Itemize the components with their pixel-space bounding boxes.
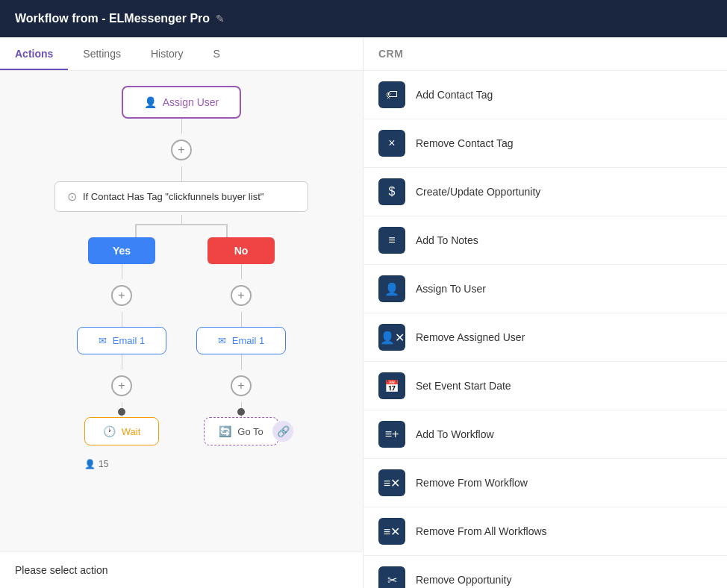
user-count-badge: 👤 15 — [84, 459, 108, 469]
tabs-bar: Actions Settings History S — [0, 37, 363, 71]
workflow-nodes: 👤 Assign User + ⊙ If Contact Has Tag "cl… — [15, 86, 348, 460]
remove-from-all-workflows-label: Remove From All Workflows — [416, 525, 547, 537]
action-item-remove-contact-tag[interactable]: ×Remove Contact Tag — [364, 119, 727, 168]
remove-assigned-user-icon: 👤✕ — [378, 324, 405, 351]
yes-branch: Yes + ✉ Email 1 + — [77, 237, 166, 445]
wait-dot — [118, 408, 125, 416]
remove-contact-tag-icon: × — [378, 130, 405, 157]
create-update-opportunity-icon: $ — [378, 178, 405, 205]
workflow-canvas: 👤 Assign User + ⊙ If Contact Has Tag "cl… — [0, 71, 363, 551]
no-connector-1 — [241, 264, 242, 279]
yes-email-label: Email 1 — [113, 335, 145, 346]
goto-label: Go To — [237, 426, 263, 437]
yes-connector-3 — [122, 354, 122, 369]
remove-from-workflow-icon: ≡✕ — [378, 469, 405, 496]
yes-button[interactable]: Yes — [88, 237, 155, 264]
user-count: 15 — [99, 459, 108, 469]
no-connector-3 — [241, 354, 242, 369]
yes-add-btn[interactable]: + — [111, 285, 132, 306]
goto-icon: 🔄 — [219, 425, 231, 437]
set-event-start-date-icon: 📅 — [378, 372, 405, 399]
email-icon-yes: ✉ — [99, 335, 107, 346]
add-to-workflow-icon: ≡+ — [378, 421, 405, 448]
assign-user-label: Assign User — [163, 96, 219, 108]
please-select-bar: Please select action — [0, 551, 363, 588]
connector-1 — [181, 119, 182, 134]
yes-connector-2 — [122, 312, 122, 327]
app-header: Workflow from - ELMessenger Pro ✎ — [0, 0, 727, 37]
action-item-add-to-notes[interactable]: ≡Add To Notes — [364, 216, 727, 265]
wait-label: Wait — [122, 426, 141, 437]
branch-line-top — [181, 215, 182, 224]
no-branch: No + ✉ Email 1 + — [196, 237, 286, 445]
please-select-text: Please select action — [15, 564, 108, 576]
no-email-node[interactable]: ✉ Email 1 — [196, 327, 286, 354]
set-event-start-date-label: Set Event Start Date — [416, 380, 511, 392]
condition-node[interactable]: ⊙ If Contact Has Tag "clickfunnels buyer… — [54, 181, 308, 212]
wait-node[interactable]: 🕐 Wait — [84, 417, 159, 445]
goto-dot — [237, 408, 245, 416]
tab-s[interactable]: S — [199, 37, 235, 70]
action-item-remove-assigned-user[interactable]: 👤✕Remove Assigned User — [364, 313, 727, 362]
remove-contact-tag-label: Remove Contact Tag — [416, 137, 513, 149]
add-step-btn-1[interactable]: + — [171, 140, 192, 160]
action-item-remove-opportunity[interactable]: ✂Remove Opportunity — [364, 556, 727, 588]
remove-assigned-user-label: Remove Assigned User — [416, 331, 525, 343]
add-to-notes-icon: ≡ — [378, 227, 405, 254]
branches: Yes + ✉ Email 1 + — [77, 237, 286, 445]
action-item-create-update-opportunity[interactable]: $Create/Update Opportunity — [364, 168, 727, 216]
email-icon-no: ✉ — [218, 335, 226, 346]
tab-settings[interactable]: Settings — [68, 37, 136, 70]
action-item-remove-from-workflow[interactable]: ≡✕Remove From Workflow — [364, 459, 727, 507]
branch-lines-container — [99, 215, 263, 237]
user-icon: 👤 — [84, 459, 96, 469]
remove-opportunity-icon: ✂ — [378, 566, 405, 588]
no-add-btn[interactable]: + — [231, 285, 252, 306]
connector-2 — [181, 166, 182, 181]
left-panel: Actions Settings History S 👤 Assign User… — [0, 37, 364, 588]
action-item-assign-to-user[interactable]: 👤Assign To User — [364, 265, 727, 313]
no-connector-2 — [241, 312, 242, 327]
add-contact-tag-icon: 🏷 — [378, 81, 405, 108]
goto-wrapper: 🔄 Go To 🔗 — [204, 417, 278, 445]
assign-to-user-label: Assign To User — [416, 283, 486, 295]
add-contact-tag-label: Add Contact Tag — [416, 89, 493, 101]
edit-title-icon[interactable]: ✎ — [216, 13, 225, 25]
condition-label: If Contact Has Tag "clickfunnels buyer l… — [83, 191, 263, 202]
branch-line-right — [226, 224, 228, 237]
right-panel: CRM 🏷Add Contact Tag×Remove Contact Tag$… — [364, 37, 727, 588]
yes-connector-1 — [122, 264, 122, 279]
action-item-remove-from-all-workflows[interactable]: ≡✕Remove From All Workflows — [364, 507, 727, 556]
main-layout: Actions Settings History S 👤 Assign User… — [0, 37, 727, 588]
remove-from-all-workflows-icon: ≡✕ — [378, 518, 405, 545]
assign-user-icon: 👤 — [144, 96, 157, 108]
yes-add-btn-2[interactable]: + — [111, 375, 132, 396]
no-button[interactable]: No — [208, 237, 275, 264]
yes-email-node[interactable]: ✉ Email 1 — [77, 327, 166, 354]
branch-line-left — [135, 224, 137, 237]
add-to-workflow-label: Add To Workflow — [416, 428, 494, 440]
create-update-opportunity-label: Create/Update Opportunity — [416, 186, 540, 198]
assign-user-node[interactable]: 👤 Assign User — [122, 86, 241, 119]
action-item-add-to-workflow[interactable]: ≡+Add To Workflow — [364, 410, 727, 459]
no-email-label: Email 1 — [232, 335, 264, 346]
action-item-set-event-start-date[interactable]: 📅Set Event Start Date — [364, 362, 727, 410]
remove-from-workflow-label: Remove From Workflow — [416, 477, 528, 489]
no-add-btn-2[interactable]: + — [231, 375, 252, 396]
crm-header: CRM — [364, 37, 727, 71]
wait-wrapper: 🕐 Wait 👤 15 — [84, 417, 159, 445]
clock-icon: 🕐 — [103, 425, 116, 437]
link-icon[interactable]: 🔗 — [272, 421, 293, 442]
branch-line-horizontal — [135, 224, 227, 225]
tab-history[interactable]: History — [136, 37, 199, 70]
goto-node[interactable]: 🔄 Go To — [204, 417, 278, 445]
action-list: 🏷Add Contact Tag×Remove Contact Tag$Crea… — [364, 71, 727, 588]
tab-actions[interactable]: Actions — [0, 37, 68, 70]
add-to-notes-label: Add To Notes — [416, 234, 478, 246]
condition-icon: ⊙ — [67, 190, 77, 204]
action-item-add-contact-tag[interactable]: 🏷Add Contact Tag — [364, 71, 727, 119]
remove-opportunity-label: Remove Opportunity — [416, 574, 511, 586]
workflow-title: Workflow from - ELMessenger Pro — [15, 12, 210, 25]
assign-to-user-icon: 👤 — [378, 275, 405, 302]
